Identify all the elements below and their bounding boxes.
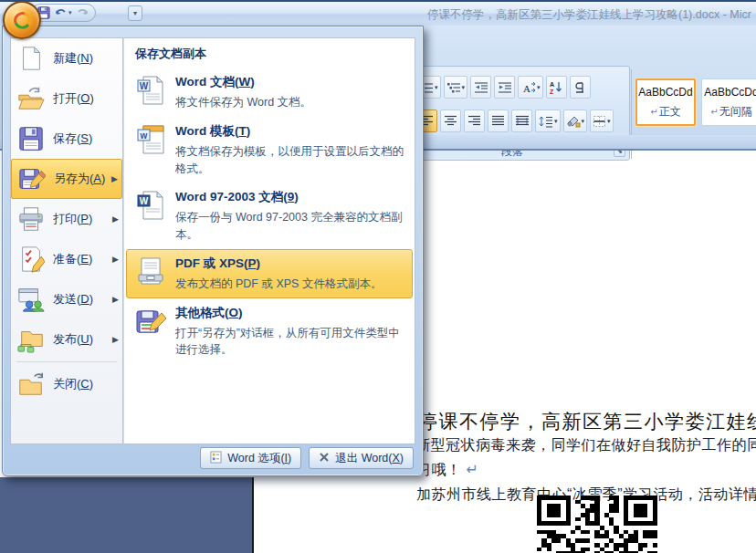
submenu-item-description: 保存一份与 Word 97-2003 完全兼容的文档副本。 [175, 209, 404, 244]
submenu-item-title: 其他格式(O) [175, 305, 404, 321]
office-menu: 新建(N)打开(O)保存(S)另存为(A)▶打印(P)▶准备(E)▶发送(D)▶… [2, 26, 424, 476]
menu-item-publish[interactable]: 发布(U)▶ [11, 319, 122, 360]
submenu-item-other-formats[interactable]: 其他格式(O)打开“另存为”对话框，从所有可用文件类型中进行选择。 [126, 298, 413, 365]
paragraph-group-row2: ▾▾▾ [416, 110, 614, 132]
svg-text:Z: Z [550, 89, 554, 94]
dropdown-arrow-icon[interactable]: ▾ [68, 9, 72, 16]
submenu-arrow-icon: ▶ [112, 335, 119, 344]
menu-item-label: 关闭(C) [53, 376, 93, 392]
submenu-item-title: Word 模板(T) [175, 123, 404, 140]
office-button[interactable] [3, 1, 41, 39]
style-sample-text: AaBbCcDd [638, 86, 692, 99]
submenu-item-description: 将文档保存为模板，以便用于设置以后文档的格式。 [175, 143, 404, 178]
document-paragraph: 习哦！ ↵ [416, 461, 478, 480]
menu-item-save-as[interactable]: 另存为(A)▶ [11, 159, 122, 199]
svg-text:A: A [550, 81, 554, 88]
decrease-indent-button[interactable] [470, 76, 491, 99]
word-application-window: 停课不停学，高新区第三小学娄江娃线上学 新型冠状病毒来袭，同学们在做好自我防护工… [0, 0, 756, 553]
redo-icon [76, 6, 89, 19]
style-name: ↵无间隔 [710, 104, 751, 120]
menu-item-save[interactable]: 保存(S) [11, 119, 122, 159]
menu-item-open[interactable]: 打开(O) [11, 78, 122, 119]
svg-text:A: A [523, 83, 530, 94]
style-no-spacing[interactable]: AaBbCcDd↵无间隔 [701, 78, 756, 126]
word-template-icon: w [135, 124, 166, 155]
submenu-item-word-97-2003[interactable]: WWord 97-2003 文档(9)保存一份与 Word 97-2003 完全… [126, 183, 413, 249]
dropdown-arrow-icon[interactable]: ▾ [537, 84, 541, 91]
close-folder-icon [17, 370, 45, 398]
new-document-icon [17, 45, 45, 72]
submenu-item-description: 打开“另存为”对话框，从所有可用文件类型中进行选择。 [175, 325, 404, 360]
save-big-icon [17, 125, 45, 152]
print-icon [17, 205, 45, 233]
submenu-arrow-icon: ▶ [112, 295, 119, 304]
menu-item-prepare[interactable]: 准备(E)▶ [11, 239, 122, 279]
style-name: ↵正文 [650, 104, 680, 120]
menu-item-new[interactable]: 新建(N) [11, 38, 122, 78]
save-as-submenu: 保存文档副本 WWord 文档(W)将文件保存为 Word 文档。wWord 模… [123, 37, 415, 444]
exit-x-icon [319, 452, 330, 465]
outside-page-background [0, 477, 254, 553]
increase-indent-button[interactable] [494, 76, 515, 99]
submenu-item-word-template[interactable]: wWord 模板(T)将文档保存为模板，以便用于设置以后文档的格式。 [126, 117, 413, 183]
submenu-arrow-icon: ▶ [112, 255, 119, 264]
paragraph-group-row1: 123▾▾A▾AZ [416, 76, 591, 99]
submenu-item-title: PDF 或 XPS(P) [175, 256, 382, 272]
undo-button[interactable]: ▾ [54, 6, 72, 19]
dropdown-arrow-icon[interactable]: ▾ [554, 118, 558, 125]
svg-text:w: w [140, 130, 148, 140]
shading-button[interactable]: ▾ [563, 110, 588, 132]
dropdown-arrow-icon[interactable]: ▾ [435, 84, 438, 91]
menu-item-close[interactable]: 关闭(C) [11, 364, 122, 404]
send-icon [17, 286, 45, 313]
other-formats-icon [135, 306, 166, 337]
dropdown-arrow-icon[interactable]: ▾ [462, 84, 466, 91]
align-center-button[interactable] [440, 110, 461, 132]
paragraph-mark: ↵ [462, 462, 479, 477]
submenu-item-description: 将文件保存为 Word 文档。 [175, 94, 311, 111]
menu-item-send[interactable]: 发送(D)▶ [11, 279, 122, 319]
distributed-button[interactable] [511, 110, 532, 132]
save-as-icon [18, 165, 46, 193]
menu-item-label: 准备(E) [53, 251, 92, 267]
align-right-button[interactable] [464, 110, 485, 132]
title-bar: 停课不停学，高新区第三小学娄江娃线上学习攻略(1).docx - Micr ▾ … [0, 0, 756, 26]
borders-button[interactable]: ▾ [590, 110, 614, 132]
submenu-item-title: Word 97-2003 文档(9) [175, 189, 404, 205]
word-97-icon: W [135, 190, 166, 221]
menu-item-label: 另存为(A) [54, 171, 105, 187]
multilevel-list-button[interactable]: ▾ [444, 76, 468, 99]
line-spacing-button[interactable]: ▾ [535, 110, 561, 132]
asian-layout-button[interactable]: A▾ [518, 76, 543, 99]
submenu-header: 保存文档副本 [124, 38, 415, 68]
submenu-item-description: 发布文档的 PDF 或 XPS 文件格式副本。 [175, 276, 382, 293]
menu-item-print[interactable]: 打印(P)▶ [11, 199, 122, 239]
qr-code-image [537, 496, 657, 553]
publish-icon [17, 326, 45, 353]
justify-button[interactable] [488, 110, 509, 132]
menu-item-label: 打开(O) [53, 90, 94, 107]
menu-separator [16, 361, 117, 362]
customize-qat-button[interactable]: ▾ [128, 5, 142, 21]
word-doc-icon: W [135, 75, 166, 106]
office-logo-icon [11, 9, 33, 31]
submenu-item-word-document[interactable]: WWord 文档(W)将文件保存为 Word 文档。 [126, 68, 413, 117]
submenu-item-pdf-xps[interactable]: PDF 或 XPS(P)发布文档的 PDF 或 XPS 文件格式副本。 [126, 249, 413, 298]
submenu-item-title: Word 文档(W) [175, 74, 311, 90]
word-options-button[interactable]: Word 选项(I) [200, 447, 301, 469]
exit-word-button[interactable]: 退出 Word(X) [309, 447, 414, 469]
style-normal[interactable]: AaBbCcDd↵正文 [635, 78, 696, 126]
menu-item-label: 发布(U) [53, 331, 93, 348]
menu-item-label: 保存(S) [53, 130, 92, 147]
svg-text:W: W [140, 81, 149, 91]
document-heading: 停课不停学，高新区第三小学娄江娃线上学 [418, 409, 756, 434]
sort-button[interactable]: AZ [546, 76, 567, 99]
redo-button[interactable] [76, 6, 89, 19]
menu-item-label: 发送(D) [53, 291, 93, 308]
show-marks-button[interactable] [570, 76, 591, 99]
dropdown-arrow-icon[interactable]: ▾ [582, 118, 585, 125]
submenu-arrow-icon: ▶ [111, 174, 118, 183]
dropdown-arrow-icon[interactable]: ▾ [607, 118, 611, 125]
pdf-xps-icon [135, 256, 166, 287]
undo-icon [54, 6, 68, 19]
